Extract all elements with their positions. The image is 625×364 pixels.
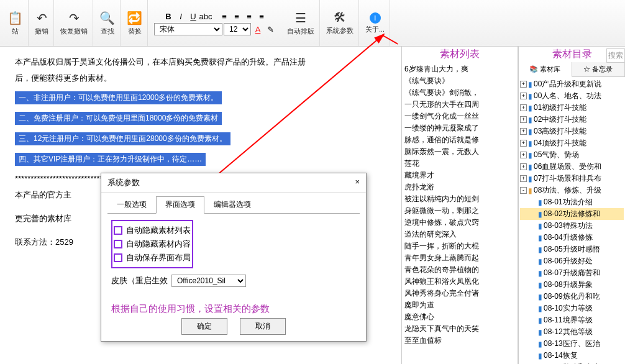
strike-button[interactable]: abc <box>200 11 211 22</box>
tree-item[interactable]: ▮08-08升级异象 <box>520 279 624 291</box>
tree-item[interactable]: ▮08-15散功和自废 <box>520 362 624 364</box>
list-item[interactable]: 虎扑龙游 <box>404 181 515 193</box>
sysparam-button[interactable]: 🛠系统参数 <box>321 0 359 46</box>
expand-icon[interactable]: + <box>520 152 527 158</box>
list-item[interactable]: 脑际轰然一震，无数人 <box>404 146 515 158</box>
expand-icon[interactable]: + <box>520 175 527 182</box>
list-item[interactable]: 被注以精纯内力的短剑 <box>404 193 515 205</box>
list-item[interactable]: 莲花 <box>404 158 515 170</box>
find-button[interactable]: 🔍查找 <box>94 0 121 46</box>
tree-item[interactable]: ▮08-13医疗、医治 <box>520 338 624 350</box>
tab-library[interactable]: 📚 素材库 <box>519 62 572 77</box>
list-item[interactable]: 6岁臻青山大力，爽 <box>404 63 515 75</box>
skin-select[interactable]: Office2010_Sil <box>171 275 246 287</box>
tree-item[interactable]: ▮08-01功法介绍 <box>520 196 624 208</box>
tree-item[interactable]: ▮08-09炼化丹和吃 <box>520 291 624 303</box>
expand-icon[interactable]: + <box>520 163 527 170</box>
list-item[interactable]: 风神狼王和浴火凤凰化 <box>404 276 515 288</box>
bold-button[interactable]: B <box>163 11 174 22</box>
align-justify-button[interactable]: ≡ <box>256 11 267 22</box>
tree-item[interactable]: +▮03高级打斗技能 <box>520 125 624 137</box>
tree-item[interactable]: ▮08-14恢复 <box>520 350 624 362</box>
tree-item[interactable]: +▮07打斗场景和排兵布 <box>520 173 624 184</box>
expand-icon[interactable]: + <box>520 93 527 99</box>
size-select[interactable]: 12 <box>224 23 251 35</box>
list-item[interactable]: 藏境界才 <box>404 170 515 181</box>
highlight-button[interactable]: ✎ <box>265 24 276 35</box>
tree-item[interactable]: +▮02中级打斗技能 <box>520 114 624 125</box>
tab-memo[interactable]: ☆ 备忘录 <box>572 62 626 76</box>
list-item[interactable]: 一只无形的大手在四周 <box>404 99 515 111</box>
list-item[interactable]: 风神秀将身心完全付诸 <box>404 288 515 299</box>
list-item[interactable]: 青年男女身上蒸腾而起 <box>404 252 515 264</box>
replace-button[interactable]: 🔁替换 <box>122 0 148 46</box>
align-center-button[interactable]: ≡ <box>231 11 242 22</box>
list-item[interactable]: 《练气要诀》 <box>404 75 515 87</box>
dialog-tab-editor[interactable]: 编辑器选项 <box>204 196 260 213</box>
tree-item[interactable]: +▮04顶级打斗技能 <box>520 137 624 149</box>
list-item[interactable]: 身躯微微一动，剩那之 <box>404 205 515 217</box>
tree-item[interactable]: ▮08-10实力等级 <box>520 303 624 314</box>
dialog-tab-ui[interactable]: 界面选项 <box>156 196 204 214</box>
align-left-button[interactable]: ≡ <box>219 11 230 22</box>
folder-icon: ▮ <box>528 116 532 124</box>
align-right-button[interactable]: ≡ <box>244 11 255 22</box>
close-icon[interactable]: × <box>355 177 360 188</box>
font-color-button[interactable]: A <box>252 24 263 35</box>
list-item[interactable]: 逆境中修炼，破点穴窍 <box>404 217 515 229</box>
expand-icon[interactable]: + <box>520 116 527 123</box>
underline-button[interactable]: U <box>188 11 199 22</box>
list-item[interactable]: 脉感，通俗的话就是修 <box>404 134 515 146</box>
list-item[interactable]: 《练气要诀》剑消散， <box>404 87 515 99</box>
list-item[interactable]: 魔即为道 <box>404 299 515 311</box>
folder-icon: ▮ <box>538 210 542 219</box>
list-item[interactable]: 随手一挥，折断的大棍 <box>404 240 515 252</box>
tree-item[interactable]: -▮08功法、修炼、升级 <box>520 184 624 196</box>
checkbox-hide-content[interactable] <box>114 240 122 248</box>
about-button[interactable]: i关于... <box>360 0 390 46</box>
checkbox-hide-list[interactable] <box>114 226 122 235</box>
tree-item[interactable]: ▮08-12其他等级 <box>520 326 624 338</box>
list-item[interactable]: 青色花朵的奇异植物的 <box>404 264 515 276</box>
list-item[interactable]: 龙隐天下真气中的天笑 <box>404 323 515 335</box>
expand-icon[interactable]: + <box>520 128 527 135</box>
tree-item[interactable]: ▮08-11境界等级 <box>520 314 624 326</box>
dialog-tab-general[interactable]: 一般选项 <box>107 196 156 213</box>
search-input[interactable]: 搜索 <box>606 48 625 63</box>
expand-icon[interactable]: - <box>520 187 527 194</box>
ok-button[interactable]: 确定 <box>181 318 227 335</box>
list-item[interactable]: 至至血值标 <box>404 335 515 347</box>
tree-item[interactable]: ▮08-05升级时感悟 <box>520 243 624 255</box>
tree-item[interactable]: +▮01初级打斗技能 <box>520 102 624 114</box>
list-item[interactable]: 道法的研究深入 <box>404 229 515 240</box>
list-item[interactable]: 一缕缕的神元凝聚成了 <box>404 122 515 134</box>
redo-button[interactable]: ↷恢复撤销 <box>55 0 93 46</box>
tree-item[interactable]: ▮08-03特殊功法 <box>520 220 624 232</box>
tree-item[interactable]: ▮08-07升级痛苦和 <box>520 267 624 279</box>
italic-button[interactable]: I <box>175 11 186 22</box>
list-item[interactable]: 魔意佛心 <box>404 311 515 323</box>
tree-item[interactable]: ▮08-06升级好处 <box>520 255 624 267</box>
material-list[interactable]: 6岁臻青山大力，爽《练气要诀》《练气要诀》剑消散，一只无形的大手在四周一缕剑气分… <box>402 62 518 348</box>
tree-item[interactable]: +▮00产品升级和更新说 <box>520 78 624 90</box>
tree-item[interactable]: ▮08-04升级修炼 <box>520 232 624 243</box>
cancel-button[interactable]: 取消 <box>240 318 286 335</box>
list-item[interactable]: 一缕剑气分化成一丝丝 <box>404 111 515 122</box>
tree-item[interactable]: +▮06血腥场景、受伤和 <box>520 161 624 173</box>
toolbar: 📋站 ↶撤销 ↷恢复撤销 🔍查找 🔁替换 B I U abc ≡ ≡ ≡ ≡ 宋… <box>0 0 625 47</box>
font-select[interactable]: 宋体 <box>154 23 222 35</box>
checkbox-save-layout[interactable] <box>114 253 122 262</box>
editor-text: 本产品版权归属于昊通文化传播公司，在本店购买免费获得产品的升级。产品注册 <box>15 57 306 66</box>
tree-item[interactable]: +▮05气势、势场 <box>520 149 624 161</box>
tree-item[interactable]: ▮08-02功法修炼和 <box>520 208 624 220</box>
autolayout-button[interactable]: ☰自动排版 <box>282 0 320 46</box>
expand-icon[interactable]: + <box>520 140 527 147</box>
folder-icon: ▮ <box>528 104 532 112</box>
material-tree[interactable]: +▮00产品升级和更新说+▮00人名、地名、功法+▮01初级打斗技能+▮02中级… <box>519 77 625 364</box>
paste-button[interactable]: 📋站 <box>2 0 29 46</box>
expand-icon[interactable]: + <box>520 104 527 111</box>
tree-item[interactable]: +▮00人名、地名、功法 <box>520 90 624 102</box>
undo-button[interactable]: ↶撤销 <box>30 0 54 46</box>
editor-highlight: 一、非注册用户：可以免费使用里面12000多份的免费素材。 <box>15 91 222 104</box>
expand-icon[interactable]: + <box>520 81 527 88</box>
